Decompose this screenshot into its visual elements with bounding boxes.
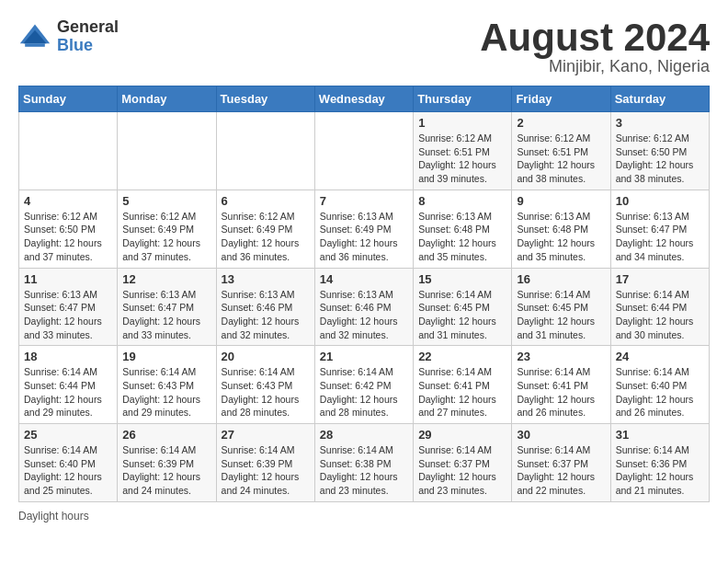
day-info: Sunrise: 6:14 AM Sunset: 6:44 PM Dayligh… (616, 288, 704, 342)
calendar-cell (216, 112, 314, 190)
day-info: Sunrise: 6:13 AM Sunset: 6:48 PM Dayligh… (517, 210, 605, 264)
day-number: 30 (517, 428, 605, 442)
day-number: 5 (122, 194, 210, 208)
calendar-cell: 11Sunrise: 6:13 AM Sunset: 6:47 PM Dayli… (19, 268, 118, 346)
calendar-cell: 21Sunrise: 6:14 AM Sunset: 6:42 PM Dayli… (314, 346, 413, 424)
calendar-cell: 15Sunrise: 6:14 AM Sunset: 6:45 PM Dayli… (414, 268, 512, 346)
calendar-cell (314, 112, 413, 190)
day-number: 3 (616, 116, 704, 130)
day-info: Sunrise: 6:12 AM Sunset: 6:51 PM Dayligh… (418, 132, 506, 186)
day-number: 29 (418, 428, 506, 442)
day-number: 17 (616, 272, 704, 286)
header-day: Thursday (414, 86, 512, 112)
day-info: Sunrise: 6:14 AM Sunset: 6:37 PM Dayligh… (517, 443, 605, 498)
calendar-cell: 22Sunrise: 6:14 AM Sunset: 6:41 PM Dayli… (414, 346, 512, 424)
calendar-cell: 13Sunrise: 6:13 AM Sunset: 6:46 PM Dayli… (216, 268, 314, 346)
calendar-cell: 16Sunrise: 6:14 AM Sunset: 6:45 PM Dayli… (512, 268, 610, 346)
day-info: Sunrise: 6:14 AM Sunset: 6:38 PM Dayligh… (320, 443, 408, 498)
day-number: 21 (320, 350, 408, 363)
day-info: Sunrise: 6:13 AM Sunset: 6:46 PM Dayligh… (222, 288, 310, 342)
day-number: 31 (616, 428, 704, 442)
calendar-cell: 3Sunrise: 6:12 AM Sunset: 6:50 PM Daylig… (610, 112, 709, 190)
calendar-cell: 14Sunrise: 6:13 AM Sunset: 6:46 PM Dayli… (314, 268, 413, 346)
footer: Daylight hours (18, 510, 710, 523)
day-number: 13 (222, 272, 310, 286)
day-number: 4 (24, 194, 112, 208)
calendar-cell: 9Sunrise: 6:13 AM Sunset: 6:48 PM Daylig… (512, 190, 610, 268)
calendar-cell: 17Sunrise: 6:14 AM Sunset: 6:44 PM Dayli… (610, 268, 709, 346)
day-number: 23 (517, 350, 605, 363)
header-day: Tuesday (216, 86, 314, 112)
calendar-cell: 7Sunrise: 6:13 AM Sunset: 6:49 PM Daylig… (314, 190, 413, 268)
day-number: 19 (122, 350, 210, 363)
calendar-cell: 30Sunrise: 6:14 AM Sunset: 6:37 PM Dayli… (512, 424, 610, 502)
day-number: 15 (418, 272, 506, 286)
day-number: 2 (517, 116, 605, 130)
day-number: 14 (320, 272, 408, 286)
day-info: Sunrise: 6:14 AM Sunset: 6:43 PM Dayligh… (222, 365, 310, 419)
calendar-week-row: 11Sunrise: 6:13 AM Sunset: 6:47 PM Dayli… (19, 268, 710, 346)
day-info: Sunrise: 6:14 AM Sunset: 6:41 PM Dayligh… (517, 365, 605, 419)
day-info: Sunrise: 6:14 AM Sunset: 6:36 PM Dayligh… (616, 443, 704, 498)
day-info: Sunrise: 6:13 AM Sunset: 6:47 PM Dayligh… (24, 288, 112, 342)
day-info: Sunrise: 6:14 AM Sunset: 6:40 PM Dayligh… (616, 365, 704, 419)
calendar-week-row: 1Sunrise: 6:12 AM Sunset: 6:51 PM Daylig… (19, 112, 710, 190)
day-number: 9 (517, 194, 605, 208)
location: Minjibir, Kano, Nigeria (480, 57, 710, 76)
calendar-cell: 8Sunrise: 6:13 AM Sunset: 6:48 PM Daylig… (414, 190, 512, 268)
calendar-week-row: 4Sunrise: 6:12 AM Sunset: 6:50 PM Daylig… (19, 190, 710, 268)
day-info: Sunrise: 6:13 AM Sunset: 6:47 PM Dayligh… (122, 288, 210, 342)
calendar-header: SundayMondayTuesdayWednesdayThursdayFrid… (19, 86, 710, 112)
day-info: Sunrise: 6:14 AM Sunset: 6:45 PM Dayligh… (418, 288, 506, 342)
calendar-cell: 27Sunrise: 6:14 AM Sunset: 6:39 PM Dayli… (216, 424, 314, 502)
calendar-cell: 18Sunrise: 6:14 AM Sunset: 6:44 PM Dayli… (19, 346, 118, 424)
day-number: 12 (122, 272, 210, 286)
day-info: Sunrise: 6:13 AM Sunset: 6:47 PM Dayligh… (616, 210, 704, 264)
day-info: Sunrise: 6:14 AM Sunset: 6:37 PM Dayligh… (418, 443, 506, 498)
day-number: 28 (320, 428, 408, 442)
calendar-cell: 12Sunrise: 6:13 AM Sunset: 6:47 PM Dayli… (118, 268, 216, 346)
calendar-week-row: 18Sunrise: 6:14 AM Sunset: 6:44 PM Dayli… (19, 346, 710, 424)
day-number: 11 (24, 272, 112, 286)
calendar-cell: 20Sunrise: 6:14 AM Sunset: 6:43 PM Dayli… (216, 346, 314, 424)
day-info: Sunrise: 6:13 AM Sunset: 6:48 PM Dayligh… (418, 210, 506, 264)
day-info: Sunrise: 6:14 AM Sunset: 6:40 PM Dayligh… (24, 443, 112, 498)
day-info: Sunrise: 6:14 AM Sunset: 6:39 PM Dayligh… (222, 443, 310, 498)
logo-blue: Blue (57, 37, 119, 55)
title-block: August 2024 Minjibir, Kano, Nigeria (480, 18, 710, 76)
day-info: Sunrise: 6:12 AM Sunset: 6:50 PM Dayligh… (616, 132, 704, 186)
calendar-cell: 4Sunrise: 6:12 AM Sunset: 6:50 PM Daylig… (19, 190, 118, 268)
svg-rect-2 (25, 43, 45, 47)
day-number: 20 (222, 350, 310, 363)
calendar-cell: 2Sunrise: 6:12 AM Sunset: 6:51 PM Daylig… (512, 112, 610, 190)
calendar-table: SundayMondayTuesdayWednesdayThursdayFrid… (18, 86, 710, 502)
day-number: 8 (418, 194, 506, 208)
header-day: Monday (118, 86, 216, 112)
header-day: Saturday (610, 86, 709, 112)
calendar-cell: 28Sunrise: 6:14 AM Sunset: 6:38 PM Dayli… (314, 424, 413, 502)
calendar-cell: 10Sunrise: 6:13 AM Sunset: 6:47 PM Dayli… (610, 190, 709, 268)
calendar-body: 1Sunrise: 6:12 AM Sunset: 6:51 PM Daylig… (19, 112, 710, 502)
calendar-cell: 26Sunrise: 6:14 AM Sunset: 6:39 PM Dayli… (118, 424, 216, 502)
day-info: Sunrise: 6:13 AM Sunset: 6:49 PM Dayligh… (320, 210, 408, 264)
header-day: Friday (512, 86, 610, 112)
day-info: Sunrise: 6:14 AM Sunset: 6:43 PM Dayligh… (122, 365, 210, 419)
calendar-cell: 31Sunrise: 6:14 AM Sunset: 6:36 PM Dayli… (610, 424, 709, 502)
day-info: Sunrise: 6:14 AM Sunset: 6:44 PM Dayligh… (24, 365, 112, 419)
day-number: 26 (122, 428, 210, 442)
header-day: Wednesday (314, 86, 413, 112)
header-day: Sunday (19, 86, 118, 112)
day-info: Sunrise: 6:13 AM Sunset: 6:46 PM Dayligh… (320, 288, 408, 342)
day-number: 16 (517, 272, 605, 286)
day-number: 24 (616, 350, 704, 363)
day-number: 7 (320, 194, 408, 208)
day-number: 10 (616, 194, 704, 208)
logo-general: General (57, 18, 119, 37)
header-row: SundayMondayTuesdayWednesdayThursdayFrid… (19, 86, 710, 112)
day-number: 6 (222, 194, 310, 208)
calendar-cell: 23Sunrise: 6:14 AM Sunset: 6:41 PM Dayli… (512, 346, 610, 424)
page-header: General Blue August 2024 Minjibir, Kano,… (18, 18, 710, 76)
calendar-cell: 19Sunrise: 6:14 AM Sunset: 6:43 PM Dayli… (118, 346, 216, 424)
day-number: 18 (24, 350, 112, 363)
calendar-cell: 5Sunrise: 6:12 AM Sunset: 6:49 PM Daylig… (118, 190, 216, 268)
